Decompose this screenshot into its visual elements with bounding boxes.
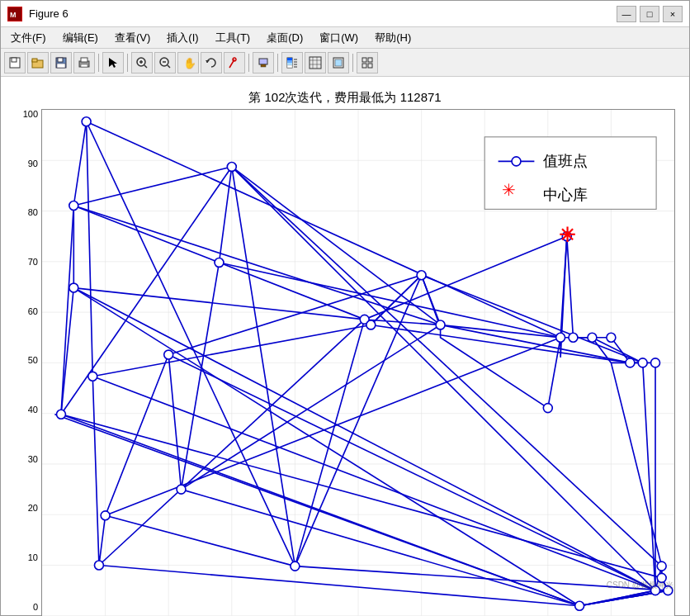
y-label-100: 100 [23,109,38,119]
cursor-button[interactable] [102,52,124,73]
pan-button[interactable]: ✋ [177,52,199,73]
y-label-50: 50 [28,355,38,365]
close-button[interactable]: × [663,6,683,22]
rotate-button[interactable] [201,52,222,73]
menu-help[interactable]: 帮助(H) [368,29,418,47]
menu-window[interactable]: 窗口(W) [313,29,365,47]
toggle-grid-button[interactable] [305,52,326,73]
separator-1 [98,54,99,72]
data-cursor-button[interactable] [224,52,245,73]
svg-line-18 [168,65,170,68]
svg-rect-29 [287,63,292,65]
menu-tools[interactable]: 工具(T) [209,29,258,47]
svg-rect-10 [81,58,87,62]
svg-rect-7 [58,58,63,62]
toolbar: ✋ [1,49,689,77]
svg-point-98 [69,201,78,211]
new-button[interactable] [4,52,26,73]
y-axis-labels: 100 90 80 70 60 50 40 30 20 10 0 [15,109,41,616]
y-label-60: 60 [28,306,38,316]
y-label-40: 40 [28,405,38,415]
svg-point-107 [291,562,300,571]
main-chart[interactable]: ✳ 值班点 ✳ 中心库 [41,109,675,616]
y-label-20: 20 [28,503,38,513]
brush-button[interactable] [253,52,274,73]
svg-rect-42 [362,58,366,62]
svg-point-105 [215,258,224,267]
svg-text:M: M [10,11,17,19]
zoom-out-button[interactable] [154,52,176,73]
svg-point-118 [626,358,635,367]
svg-text:中心库: 中心库 [543,187,588,203]
svg-rect-35 [310,57,321,69]
svg-text:✳: ✳ [559,224,575,246]
svg-point-115 [569,333,578,342]
menu-desktop[interactable]: 桌面(D) [260,29,310,47]
menu-view[interactable]: 查看(V) [108,29,157,47]
y-label-10: 10 [28,552,38,562]
svg-marker-12 [109,58,117,68]
svg-point-112 [543,404,552,413]
zoom-in-button[interactable] [131,52,153,73]
svg-rect-44 [362,64,366,68]
svg-rect-28 [287,60,292,63]
show-axes-button[interactable] [328,52,349,73]
separator-3 [248,54,249,72]
insert-colorbar-button[interactable] [281,52,303,73]
print-button[interactable] [73,52,95,73]
separator-4 [277,54,278,72]
menubar: 文件(F) 编辑(E) 查看(V) 插入(I) 工具(T) 桌面(D) 窗口(W… [1,27,689,49]
y-label-30: 30 [28,454,38,464]
svg-point-129 [512,157,521,166]
chart-and-xaxis: ✳ 值班点 ✳ 中心库 0 [41,109,675,616]
svg-point-96 [57,410,66,419]
svg-point-113 [556,333,565,342]
menu-edit[interactable]: 编辑(E) [56,29,105,47]
svg-point-119 [638,358,647,367]
open-button[interactable] [27,52,49,73]
svg-point-121 [651,586,660,595]
svg-point-122 [657,562,666,571]
svg-rect-27 [287,58,292,60]
svg-point-104 [177,485,186,494]
title-bar: M Figure 6 — □ × [1,1,689,27]
svg-line-14 [144,65,147,68]
svg-rect-45 [368,64,372,68]
plot-area: 第 102次迭代，费用最低为 112871 100 90 80 70 60 50… [1,77,689,615]
minimize-button[interactable]: — [617,6,636,22]
y-label-80: 80 [28,207,38,217]
svg-text:值班点: 值班点 [543,153,588,169]
svg-point-109 [366,320,376,329]
center-depot: ✳ [559,224,575,246]
svg-point-123 [657,573,666,582]
svg-point-97 [69,283,78,292]
menu-file[interactable]: 文件(F) [4,29,53,47]
svg-point-100 [88,372,97,381]
svg-point-124 [664,586,673,595]
svg-point-111 [436,320,445,329]
chart-wrapper: 100 90 80 70 60 50 40 30 20 10 0 [15,109,675,616]
svg-point-125 [575,601,584,610]
svg-rect-8 [57,64,65,68]
svg-rect-11 [81,64,87,67]
menu-insert[interactable]: 插入(I) [160,29,205,47]
matlab-figure-window: M Figure 6 — □ × 文件(F) 编辑(E) 查看(V) 插入(I)… [0,0,690,616]
layout-button[interactable] [357,52,378,73]
y-label-90: 90 [28,159,38,168]
svg-point-99 [82,117,91,126]
svg-text:✳: ✳ [502,181,516,199]
svg-rect-5 [32,59,37,62]
window-controls: — □ × [617,6,683,22]
separator-5 [352,54,353,72]
svg-point-120 [651,358,660,367]
maximize-button[interactable]: □ [640,6,659,22]
svg-point-110 [417,271,426,280]
svg-rect-30 [287,65,292,68]
svg-point-116 [588,333,597,342]
svg-rect-24 [259,59,267,64]
save-button[interactable] [50,52,72,73]
svg-point-106 [227,162,236,171]
separator-2 [127,54,128,72]
y-label-70: 70 [28,257,38,267]
svg-point-117 [607,333,616,342]
